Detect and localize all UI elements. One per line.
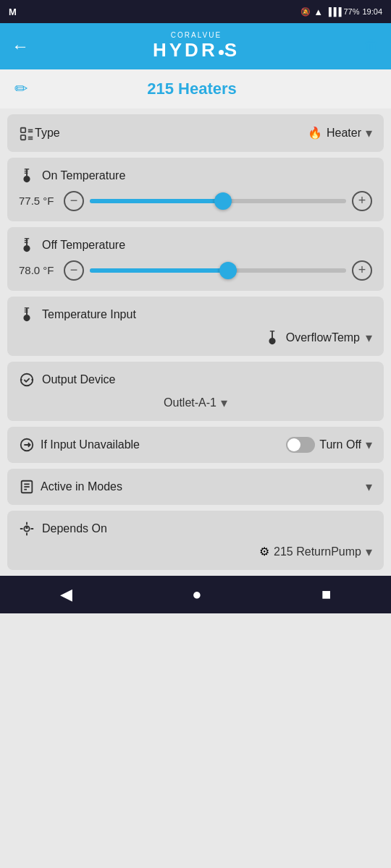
edit-button[interactable]: ✏ — [14, 80, 28, 98]
depends-on-pump-icon: ⚙ — [259, 545, 269, 558]
temp-input-card: Temperature Input OverflowTemp ▾ — [7, 297, 384, 356]
off-temp-header: Off Temperature — [19, 237, 372, 253]
type-arrow: ▾ — [366, 125, 372, 141]
depends-on-card: Depends On ⚙ 215 ReturnPump ▾ — [7, 511, 384, 570]
output-device-arrow: ▾ — [221, 395, 227, 411]
on-temp-thumb[interactable] — [214, 192, 232, 210]
off-temp-minus[interactable]: − — [64, 260, 84, 281]
nav-recents-button[interactable]: ■ — [321, 585, 331, 604]
off-temp-thumb[interactable] — [219, 262, 237, 279]
active-modes-row[interactable]: Active in Modes ▾ — [19, 479, 372, 495]
on-temp-plus[interactable]: + — [352, 191, 372, 211]
output-device-label: Output Device — [42, 373, 115, 386]
temp-input-dropdown[interactable]: OverflowTemp ▾ — [19, 330, 372, 346]
svg-point-8 — [24, 315, 29, 320]
status-left: M — [9, 7, 17, 17]
svg-point-6 — [24, 176, 29, 182]
on-temp-minus[interactable]: − — [64, 191, 84, 211]
depends-on-value: 215 ReturnPump — [274, 545, 361, 558]
brand-coralvue: CORALVUE — [153, 31, 240, 39]
brand-hydros: HYDRS — [153, 39, 240, 61]
depends-on-icon — [19, 521, 35, 537]
nav-home-button[interactable]: ● — [192, 585, 201, 604]
back-button[interactable]: ← — [12, 36, 29, 56]
if-unavailable-card: If Input Unavailable Turn Off ▾ — [7, 427, 384, 463]
on-temp-card: On Temperature 77.5 °F − + — [7, 158, 384, 221]
svg-point-9 — [269, 339, 274, 344]
if-unavailable-icon — [19, 437, 35, 453]
output-device-card: Output Device Outlet-A-1 ▾ — [7, 362, 384, 421]
active-modes-left: Active in Modes — [19, 479, 122, 495]
off-temp-label: Off Temperature — [42, 239, 125, 252]
if-unavailable-right[interactable]: Turn Off ▾ — [286, 437, 372, 453]
mute-icon: 🔕 — [300, 7, 311, 17]
brand-logo: CORALVUE HYDRS — [153, 31, 240, 61]
depends-on-arrow: ▾ — [366, 544, 372, 560]
on-temp-fill — [90, 199, 223, 203]
on-temp-icon — [19, 168, 35, 184]
off-temp-track[interactable] — [90, 268, 346, 273]
gmail-icon: M — [9, 7, 17, 17]
active-modes-label: Active in Modes — [41, 480, 122, 493]
type-row: Type 🔥 Heater ▾ — [19, 124, 372, 142]
if-unavailable-label: If Input Unavailable — [41, 438, 140, 451]
type-label: Type — [35, 127, 60, 140]
if-unavailable-value: Turn Off — [319, 438, 361, 451]
svg-point-10 — [21, 373, 33, 386]
type-icon — [19, 124, 35, 142]
depends-on-label: Depends On — [42, 522, 107, 535]
on-temp-label: On Temperature — [42, 169, 125, 182]
temp-input-header: Temperature Input — [19, 307, 372, 323]
svg-rect-0 — [21, 127, 25, 132]
temp-input-arrow: ▾ — [366, 330, 372, 346]
type-card: Type 🔥 Heater ▾ — [7, 114, 384, 152]
status-bar: M 🔕 ▲ ▐▐▐ 77% 19:04 — [0, 0, 391, 23]
type-value: Heater — [327, 127, 361, 140]
if-unavailable-left: If Input Unavailable — [19, 437, 140, 453]
output-device-dropdown[interactable]: Outlet-A-1 ▾ — [19, 395, 372, 411]
delete-button[interactable]: 🗑 — [363, 37, 379, 56]
heater-icon: 🔥 — [308, 126, 322, 140]
battery-text: 77% — [343, 7, 359, 16]
on-temp-track[interactable] — [90, 199, 346, 203]
svg-point-7 — [24, 246, 29, 251]
bottom-nav: ◀ ● ■ — [0, 576, 391, 613]
status-right: 🔕 ▲ ▐▐▐ 77% 19:04 — [300, 7, 382, 17]
off-temp-fill — [90, 268, 228, 273]
title-row: ✏ 215 Heaters — [0, 69, 391, 109]
temp-input-label: Temperature Input — [42, 308, 136, 321]
signal-icon: ▐▐▐ — [326, 7, 340, 16]
active-modes-card: Active in Modes ▾ — [7, 469, 384, 505]
wifi-icon: ▲ — [314, 7, 323, 17]
output-device-icon — [19, 372, 35, 388]
temp-input-value: OverflowTemp — [286, 331, 360, 344]
active-modes-arrow: ▾ — [366, 479, 372, 495]
if-unavailable-toggle[interactable] — [286, 437, 315, 453]
if-unavailable-row: If Input Unavailable Turn Off ▾ — [19, 437, 372, 453]
page-title: 215 Heaters — [147, 80, 237, 98]
temp-input-dropdown-icon — [264, 330, 280, 346]
type-dropdown[interactable]: 🔥 Heater ▾ — [308, 125, 372, 141]
output-device-value: Outlet-A-1 — [164, 396, 216, 409]
off-temp-value: 78.0 °F — [19, 264, 58, 276]
on-temp-header: On Temperature — [19, 168, 372, 184]
off-temp-icon — [19, 237, 35, 253]
svg-rect-1 — [21, 135, 25, 140]
nav-back-button[interactable]: ◀ — [60, 585, 72, 604]
app-header: ← CORALVUE HYDRS 🗑 — [0, 23, 391, 69]
active-modes-icon — [19, 479, 35, 495]
on-temp-slider-row: 77.5 °F − + — [19, 191, 372, 211]
if-unavailable-arrow: ▾ — [366, 437, 372, 453]
on-temp-value: 77.5 °F — [19, 195, 58, 207]
off-temp-plus[interactable]: + — [352, 260, 372, 281]
depends-on-header: Depends On — [19, 521, 372, 537]
off-temp-card: Off Temperature 78.0 °F − + — [7, 227, 384, 291]
time-text: 19:04 — [362, 7, 382, 16]
off-temp-slider-row: 78.0 °F − + — [19, 260, 372, 281]
toggle-knob — [287, 438, 300, 451]
depends-on-dropdown[interactable]: ⚙ 215 ReturnPump ▾ — [19, 544, 372, 560]
temp-input-icon — [19, 307, 35, 323]
output-device-header: Output Device — [19, 372, 372, 388]
